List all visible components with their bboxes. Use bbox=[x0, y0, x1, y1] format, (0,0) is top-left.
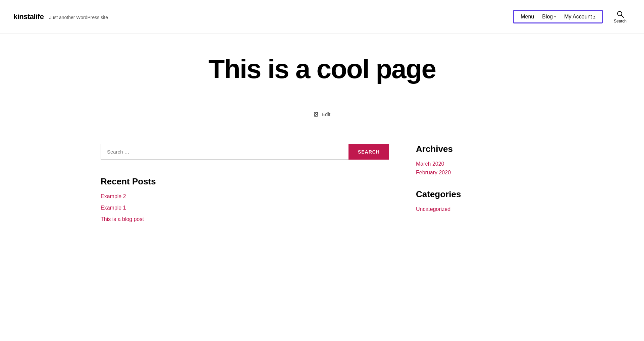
svg-line-1 bbox=[621, 15, 624, 17]
header-nav: Menu Blog ▾ My Account ▾ Search bbox=[513, 7, 631, 26]
archive-february-2020[interactable]: February 2020 bbox=[416, 170, 543, 176]
site-branding: kinstalife Just another WordPress site bbox=[13, 12, 108, 21]
list-item: Example 2 bbox=[101, 193, 389, 200]
recent-posts-list: Example 2 Example 1 This is a blog post bbox=[101, 193, 389, 222]
main-column: SEARCH Recent Posts Example 2 Example 1 … bbox=[101, 144, 389, 236]
main-content: This is a cool page Edit SEARCH Recent P… bbox=[0, 34, 644, 236]
post-link-example1[interactable]: Example 1 bbox=[101, 205, 126, 211]
nav-my-account[interactable]: My Account ▾ bbox=[564, 14, 595, 20]
site-title[interactable]: kinstalife bbox=[13, 12, 44, 21]
account-chevron-icon: ▾ bbox=[593, 14, 595, 19]
search-button[interactable]: SEARCH bbox=[348, 144, 389, 160]
search-input[interactable] bbox=[101, 144, 348, 160]
blog-chevron-icon: ▾ bbox=[554, 14, 556, 19]
post-link-blog-post[interactable]: This is a blog post bbox=[101, 216, 144, 222]
sidebar-column: Archives March 2020 February 2020 Catego… bbox=[416, 144, 543, 236]
list-item: Example 1 bbox=[101, 205, 389, 211]
header-search-button[interactable]: Search bbox=[610, 7, 631, 26]
nav-menu[interactable]: Menu bbox=[521, 14, 534, 20]
list-item: This is a blog post bbox=[101, 216, 389, 222]
category-uncategorized[interactable]: Uncategorized bbox=[416, 206, 543, 212]
recent-posts-title: Recent Posts bbox=[101, 176, 389, 187]
edit-link[interactable]: Edit bbox=[314, 111, 330, 117]
search-icon bbox=[616, 10, 624, 18]
nav-menu-box: Menu Blog ▾ My Account ▾ bbox=[513, 10, 603, 23]
nav-blog[interactable]: Blog ▾ bbox=[542, 14, 556, 20]
categories-widget: Categories Uncategorized bbox=[416, 189, 543, 212]
site-tagline: Just another WordPress site bbox=[49, 15, 108, 20]
archives-title: Archives bbox=[416, 144, 543, 154]
site-header: kinstalife Just another WordPress site M… bbox=[0, 0, 644, 34]
content-area: SEARCH Recent Posts Example 2 Example 1 … bbox=[87, 144, 557, 236]
header-search-label: Search bbox=[614, 19, 627, 23]
archive-march-2020[interactable]: March 2020 bbox=[416, 161, 543, 167]
edit-label: Edit bbox=[322, 111, 330, 117]
recent-posts-widget: Recent Posts Example 2 Example 1 This is… bbox=[101, 176, 389, 222]
archives-widget: Archives March 2020 February 2020 bbox=[416, 144, 543, 176]
edit-icon bbox=[314, 112, 319, 117]
categories-title: Categories bbox=[416, 189, 543, 200]
post-link-example2[interactable]: Example 2 bbox=[101, 193, 126, 199]
search-widget: SEARCH bbox=[101, 144, 389, 160]
page-title: This is a cool page bbox=[208, 54, 436, 84]
